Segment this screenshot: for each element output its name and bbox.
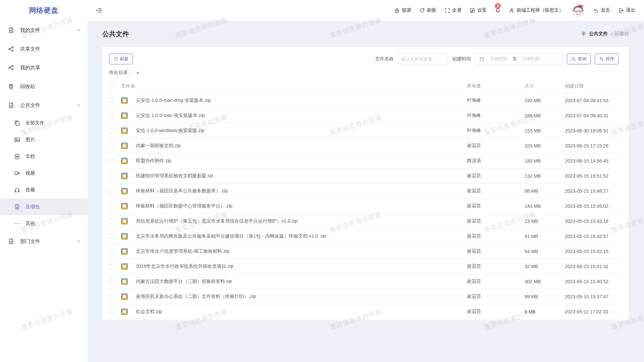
- user-menu[interactable]: 前端工程师（陈思文）: [509, 7, 564, 13]
- sidebar-item-recycle-bin[interactable]: 回收站: [0, 77, 88, 96]
- table-row[interactable]: 南海区机关新办公系统（二期）文件资料（终验打印）.zip谢晨芸99 MB2023…: [109, 289, 619, 304]
- row-checkbox[interactable]: [109, 174, 114, 178]
- row-checkbox[interactable]: [109, 234, 114, 239]
- breadcrumb-root[interactable]: 公共文件: [589, 31, 608, 37]
- file-name[interactable]: 内蒙古法院大数据平台（二期）初验前资料.rar: [131, 279, 467, 285]
- zip-file-icon: [121, 112, 128, 119]
- row-checkbox[interactable]: [109, 249, 114, 254]
- table-row[interactable]: 联盟办件附件.zip商清清180 MB2023-06-15 14:56:45: [109, 154, 619, 169]
- sidebar-item-others[interactable]: 其他: [0, 215, 88, 232]
- file-name[interactable]: 云安信-1.0.0-mac-免安装版本.zip: [131, 113, 467, 119]
- settings-button[interactable]: 设置: [470, 7, 487, 13]
- file-created: 2023-06-15 14:56:45: [565, 158, 619, 164]
- breadcrumb: 公共文件 / 压缩包: [581, 31, 629, 37]
- sidebar-item-label: 共享文件: [20, 46, 40, 52]
- file-name[interactable]: 红会文档.zip: [131, 309, 467, 315]
- select-all-checkbox[interactable]: [109, 84, 114, 88]
- row-checkbox[interactable]: [109, 98, 114, 103]
- app-logo: 网络硬盘: [0, 0, 88, 21]
- file-name[interactable]: 内蒙一期初验文档.zip: [131, 143, 467, 149]
- row-checkbox[interactable]: [109, 204, 114, 208]
- file-size: 324 MB: [525, 143, 565, 148]
- refresh-page-label: 刷新: [427, 7, 436, 13]
- sidebar-item-videos[interactable]: 视频: [0, 165, 88, 182]
- file-created: 2023-05-11 17:02:10: [565, 309, 619, 314]
- table-row[interactable]: 民建组织管理系统验收文档最新版.rar谢晨芸132 MB2023-05-15 1…: [109, 169, 619, 184]
- notifications-button[interactable]: 3: [495, 7, 501, 13]
- sidebar-item-department-files[interactable]: 部门文件: [0, 232, 88, 251]
- file-created: 2023-05-15 15:41:31: [565, 264, 619, 269]
- file-name[interactable]: 联盟办件附件.zip: [131, 158, 467, 164]
- lock-screen-button[interactable]: 锁屏: [394, 7, 411, 13]
- sidebar-item-audio[interactable]: 音频: [0, 182, 88, 198]
- video-icon: [14, 170, 20, 176]
- file-name[interactable]: 北京市排水户信息管理系统-竣工验收材料.zip: [131, 248, 467, 254]
- sidebar-item-shared-files[interactable]: 共享文件: [0, 40, 88, 58]
- refresh-page-button[interactable]: 刷新: [419, 7, 436, 13]
- sidebar-item-label: 压缩包: [25, 204, 40, 210]
- table-row[interactable]: 北京市排水户信息管理系统-竣工验收材料.zip谢晨芸54 MB2023-05-1…: [109, 244, 619, 259]
- file-name[interactable]: 局信息系统运行维护（第五包：北京市水务局综合信息平台运行维护）v1.0.zip: [131, 218, 467, 224]
- table-row[interactable]: 终验材料（福田区基本公共服务数据库）.zip谢晨芸98 MB2023-05-15…: [109, 184, 619, 199]
- file-name[interactable]: 南海区机关新办公系统（二期）文件资料（终验打印）.zip: [131, 294, 467, 300]
- table-row[interactable]: 终验材料（福田区数据中心管理服务平台）.zip谢晨芸143 MB2023-05-…: [109, 199, 619, 214]
- sidebar-item-documents[interactable]: 文档: [0, 148, 88, 165]
- row-checkbox[interactable]: [109, 128, 114, 133]
- row-checkbox[interactable]: [109, 309, 114, 314]
- table-row[interactable]: 内蒙一期初验文档.zip谢晨芸324 MB2023-06-15 17:15:26: [109, 138, 619, 154]
- sidebar-item-label: 视频: [25, 170, 35, 176]
- row-checkbox[interactable]: [109, 143, 114, 148]
- table-row[interactable]: 云安信-1.0.0-mac-dmg-安装版本.zip叶海峰193 MB2023-…: [109, 93, 619, 108]
- row-checkbox[interactable]: [109, 159, 114, 163]
- table-row[interactable]: 红会文档.zip谢晨芸8 MB2023-05-11 17:02:10: [109, 304, 619, 319]
- row-checkbox[interactable]: [109, 113, 114, 118]
- file-name[interactable]: 民建组织管理系统验收文档最新版.rar: [131, 173, 467, 179]
- table-row[interactable]: 安信-1.0.0-windows-免安装版.zip叶海峰153 MB2023-0…: [109, 123, 619, 138]
- sidebar-item-all-files[interactable]: 全部文件: [0, 115, 88, 131]
- sidebar-item-label: 音频: [25, 187, 35, 193]
- trash-icon: [8, 83, 14, 89]
- row-checkbox[interactable]: [109, 219, 114, 224]
- current-directory-label: 所在目录：: [109, 70, 132, 76]
- sidebar-item-archives[interactable]: 压缩包: [0, 198, 88, 215]
- file-created: 2023-06-15 17:15:26: [565, 143, 619, 148]
- sidebar-item-my-files[interactable]: 我的文件: [0, 21, 88, 40]
- date-to-label: 至: [513, 56, 517, 62]
- date-range-picker[interactable]: 开始时间 至 结束时间: [475, 54, 563, 64]
- directory-root-arrow[interactable]: >: [137, 70, 139, 75]
- topbar-actions: 锁屏 刷新 全屏 设置 3: [394, 4, 635, 17]
- file-name[interactable]: 终验材料（福田区数据中心管理服务平台）.zip: [131, 203, 467, 209]
- table-row[interactable]: 云安信-1.0.0-mac-免安装版本.zip叶海峰189 MB2023-07-…: [109, 108, 619, 123]
- file-owner: 谢晨芸: [467, 218, 525, 224]
- file-name[interactable]: 北京市水务局内网改版及公共服务基础平台建设项目（第1包：内网改版）终验文档-v1…: [131, 233, 467, 239]
- collapse-sidebar-icon[interactable]: [96, 7, 102, 13]
- home-button[interactable]: 首页: [593, 7, 610, 13]
- row-checkbox[interactable]: [109, 294, 114, 299]
- sort-button[interactable]: 排序: [595, 54, 619, 64]
- file-name[interactable]: 2019年北京市水行政审批系统升级改造项目.zip: [131, 263, 467, 269]
- file-owner: 商清清: [467, 158, 525, 164]
- file-size: 8 MB: [525, 309, 565, 314]
- zip-file-icon: [121, 248, 128, 255]
- user-avatar[interactable]: [572, 4, 585, 17]
- filename-search-input[interactable]: [398, 54, 448, 64]
- fullscreen-button[interactable]: 全屏: [444, 7, 462, 13]
- file-name[interactable]: 终验材料（福田区基本公共服务数据库）.zip: [131, 188, 467, 194]
- table-row[interactable]: 局信息系统运行维护（第五包：北京市水务局综合信息平台运行维护）v1.0.zip谢…: [109, 214, 619, 229]
- file-owner: 谢晨芸: [467, 309, 525, 315]
- row-checkbox[interactable]: [109, 189, 114, 193]
- table-row[interactable]: 内蒙古法院大数据平台（二期）初验前资料.rar谢晨芸302 MB2023-05-…: [109, 274, 619, 289]
- table-row[interactable]: 北京市水务局内网改版及公共服务基础平台建设项目（第1包：内网改版）终验文档-v1…: [109, 229, 619, 244]
- sidebar-item-public-files[interactable]: 公共文件: [0, 96, 88, 115]
- row-checkbox[interactable]: [109, 279, 114, 284]
- file-name[interactable]: 安信-1.0.0-windows-免安装版.zip: [131, 128, 467, 134]
- row-checkbox[interactable]: [109, 264, 114, 269]
- table-row[interactable]: 2019年北京市水行政审批系统升级改造项目.zip谢晨芸32 MB2023-05…: [109, 259, 619, 274]
- sidebar-item-my-shares[interactable]: 我的共享: [0, 58, 88, 77]
- sidebar-item-images[interactable]: 图片: [0, 131, 88, 148]
- refresh-list-button[interactable]: 刷新: [109, 54, 133, 64]
- query-button[interactable]: 查询: [567, 54, 591, 64]
- file-owner: 谢晨芸: [467, 143, 525, 149]
- logout-button[interactable]: 退出: [618, 7, 635, 13]
- file-name[interactable]: 云安信-1.0.0-mac-dmg-安装版本.zip: [131, 98, 467, 104]
